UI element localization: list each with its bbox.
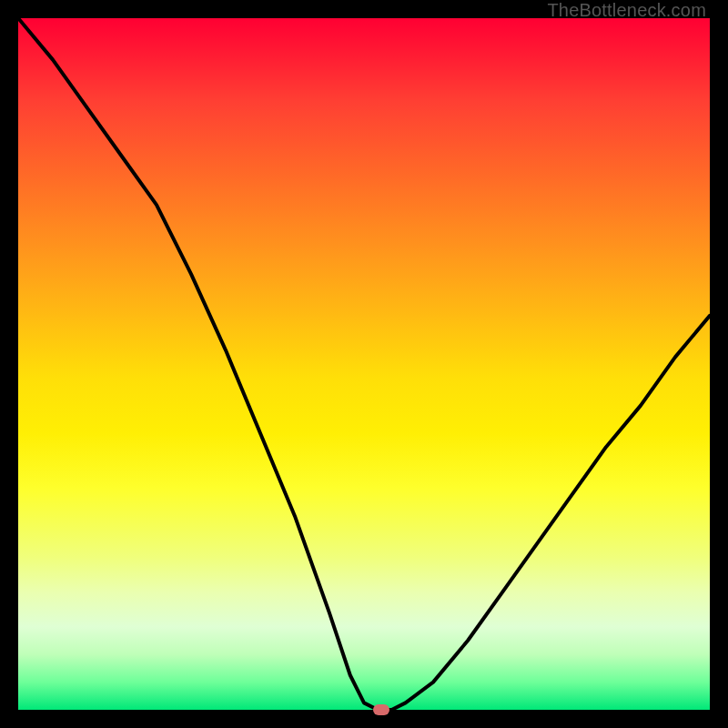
optimal-point-marker xyxy=(373,704,389,715)
chart-frame: TheBottleneck.com xyxy=(0,0,728,728)
bottleneck-curve xyxy=(18,18,710,710)
watermark-text: TheBottleneck.com xyxy=(547,0,706,21)
plot-area xyxy=(18,18,710,710)
